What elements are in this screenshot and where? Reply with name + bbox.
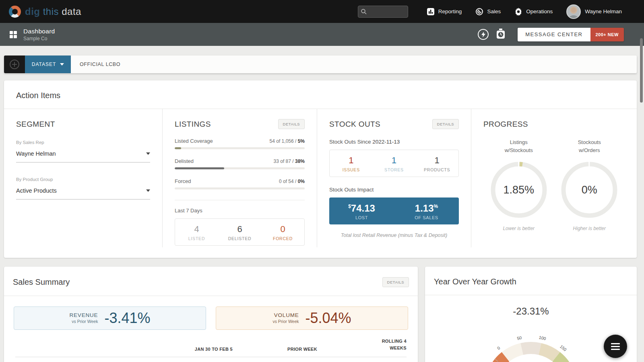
page-title: Dashboard [23,28,55,35]
search-input[interactable] [367,8,403,14]
sales-summary-header: Sales Summary DETAILS [4,267,418,296]
listings-title: LISTINGS [175,120,211,129]
stores-stat: 1 STORES [373,155,416,172]
nav-item-operations[interactable]: Operations [514,8,553,16]
listings-stockouts-donut: Listingsw/Stockouts 1.85% Lower is bette… [485,138,553,231]
product-group-label: By Product Group [16,177,150,182]
sales-rep-select[interactable]: Wayne Helman [16,150,150,162]
sales-summary-details-button[interactable]: DETAILS [382,277,409,287]
page-titles: Dashboard Sample Co [23,28,55,41]
operations-icon [514,8,522,16]
top-navbar: dig this data Reporting Sales Operations… [0,0,644,23]
dashboard-grid-icon[interactable] [10,31,17,38]
listings-stockouts-caption: Lower is better [485,226,553,231]
user-menu[interactable]: Wayne Helman [566,4,622,19]
plus-circle-icon [10,60,19,69]
volume-kpi-name: VOLUME [272,312,299,319]
message-center-button[interactable]: MESSAGE CENTER [518,28,590,41]
last-7-days-label: Last 7 Days [175,200,305,214]
last-7-days-stats: 4 LISTED 6 DELISTED 0 FORCED [175,218,305,246]
logo-word-dig: dig [25,6,40,17]
delisted-track [175,167,305,169]
logo-donut-icon [9,6,21,18]
product-group-field: By Product Group Active Products [16,177,150,200]
delisted-stat: 6 DELISTED [218,224,261,241]
listed-stat-label: LISTED [175,236,218,241]
dataset-dropdown[interactable]: DATASET [25,56,71,73]
page-header: Dashboard Sample Co MESSAGE CENTER 200+ … [0,23,644,46]
stores-label: STORES [373,167,416,172]
listed-coverage-track [175,147,305,149]
search-box[interactable] [358,6,408,18]
svg-text:50: 50 [516,335,522,341]
stockouts-caption: Total lost Retail Revenue (minus Tax & D… [329,232,459,238]
delisted-stat-label: DELISTED [218,236,261,241]
stockouts-title: STOCK OUTS [329,120,380,129]
caret-down-icon [60,63,64,66]
yoy-gauge-chart: -100-50050100150200250 [462,321,599,362]
forced-stat: 0 FORCED [261,224,304,241]
stockouts-details-button[interactable]: DETAILS [432,119,459,129]
forced-stat-value: 0 [261,224,304,234]
nav-item-reporting[interactable]: Reporting [427,8,462,16]
volume-kpi-labels: VOLUME vs Prior Week [272,312,299,324]
logo-word-data: data [62,6,81,17]
yoy-value: -23.31% [425,306,637,317]
stockouts-orders-caption: Higher is better [555,226,623,231]
caret-down-icon [146,189,150,192]
delisted-fill [175,167,224,169]
tab-official-lcbo[interactable]: OFFICIAL LCBO [71,56,120,73]
avatar-photo [567,5,580,18]
nav-item-sales[interactable]: Sales [475,8,501,16]
sales-rep-label: By Sales Rep [16,140,150,145]
delisted-stat-value: 6 [218,224,261,234]
of-sales-label: OF SALES [394,215,459,220]
listed-coverage-label: Listed Coverage [175,138,213,144]
progress-donuts: Listingsw/Stockouts 1.85% Lower is bette… [483,138,625,231]
stockouts-orders-donut-label: Stockoutsw/Orders [555,138,623,154]
stockouts-since-date: 2022-11-13 [372,139,400,145]
forced-stat-label: FORCED [261,236,304,241]
issues-value: 1 [330,155,373,166]
listed-stat: 4 LISTED [175,224,218,241]
message-center-group: MESSAGE CENTER 200+ NEW [518,28,624,41]
flash-icon[interactable] [478,29,489,40]
of-sales-value: 1.13% [394,203,459,214]
stockouts-stats: 1 ISSUES 1 STORES 1 PRODUCTS [329,150,459,177]
sales-icon [475,8,483,16]
listings-details-button[interactable]: DETAILS [278,119,305,129]
message-badge[interactable]: 200+ NEW [590,28,624,41]
revenue-kpi-sub: vs Prior Week [70,319,98,324]
volume-kpi: VOLUME vs Prior Week -5.04% [216,306,408,330]
forced-row: Forced 0 of 54 / 0% [175,178,305,189]
issues-stat: 1 ISSUES [330,155,373,172]
nav-label-operations: Operations [526,8,553,14]
user-name: Wayne Helman [585,8,622,14]
lost-label: LOST [329,215,394,220]
sales-kpis: REVENUE vs Prior Week -3.41% VOLUME vs P… [4,296,418,330]
stockouts-orders-donut: Stockoutsw/Orders 0% Higher is better [555,138,623,231]
stockouts-impact-box: $74.13 LOST 1.13% OF SALES [329,197,459,224]
add-dataset-tab[interactable] [4,56,25,73]
nav-label-sales: Sales [487,8,501,14]
app-logo[interactable]: dig this data [9,6,81,18]
stores-value: 1 [373,155,416,166]
scrollbar-thumb[interactable] [640,38,643,103]
stockouts-panel: STOCK OUTS DETAILS Stock Outs Since 2022… [317,109,471,247]
progress-title: PROGRESS [483,120,528,129]
svg-text:150: 150 [559,344,568,352]
of-sales-cell: 1.13% OF SALES [394,203,459,220]
dataset-dropdown-label: DATASET [32,62,56,67]
caret-down-icon [146,152,150,155]
revenue-kpi: REVENUE vs Prior Week -3.41% [14,306,206,330]
sales-table: JAN 30 TO FEB 5 PRIOR WEEK ROLLING 4 WEE… [4,330,418,362]
floating-menu-button[interactable] [604,335,627,358]
listed-coverage-fill [175,147,181,149]
dataset-bar: DATASET OFFICIAL LCBO [4,56,637,73]
forced-counts: 0 of 54 / 0% [279,179,305,184]
products-stat: 1 PRODUCTS [415,155,458,172]
product-group-select[interactable]: Active Products [16,187,150,200]
logo-word-this: this [43,6,59,17]
timer-icon[interactable] [496,29,506,41]
listings-stockouts-donut-label: Listingsw/Stockouts [485,138,553,154]
